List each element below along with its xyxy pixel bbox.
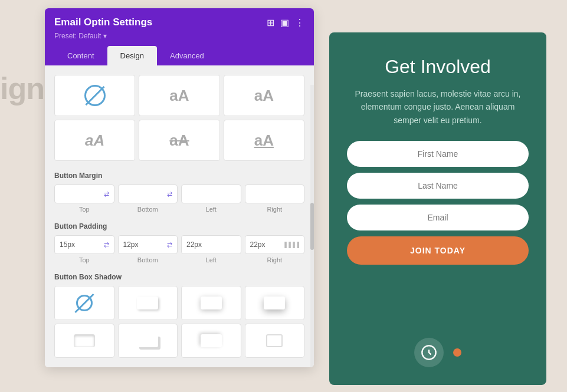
shadow-box-3 [264, 297, 285, 309]
panel-header: Email Optin Settings ⊞ ▣ ⋮ Preset: Defau… [45, 8, 314, 65]
font-style-normal[interactable]: aA [139, 75, 219, 116]
margin-top-field[interactable]: ⇄ [54, 185, 114, 203]
shadow-box-5 [137, 334, 158, 347]
panel-header-icons: ⊞ ▣ ⋮ [267, 17, 304, 28]
shadow-option-3[interactable] [245, 286, 305, 320]
padding-left-label: Left [181, 256, 241, 263]
shadow-box-1 [137, 297, 158, 309]
button-box-shadow-label: Button Box Shadow [54, 273, 304, 281]
shadow-option-6[interactable] [181, 324, 241, 358]
preview-dot [453, 348, 461, 357]
font-style-strikethrough[interactable]: aA [139, 120, 219, 161]
margin-right-field[interactable] [245, 185, 305, 203]
last-name-input[interactable] [347, 173, 529, 199]
panel-scroll-thumb[interactable] [310, 203, 314, 250]
padding-right-label: Right [245, 256, 305, 263]
preview-title: Get Involved [385, 56, 491, 78]
no-shadow-icon [76, 295, 93, 311]
padding-top-value: 15px [60, 241, 75, 249]
padding-bottom-value: 12px [123, 241, 139, 249]
font-bold-label: aA [254, 87, 274, 105]
margin-right-label: Right [245, 206, 305, 213]
margin-left-field[interactable] [181, 185, 241, 203]
font-style-italic[interactable]: aA [54, 120, 135, 161]
padding-labels: Top Bottom Left Right [54, 256, 304, 263]
panel-tabs: Content Design Advanced [54, 46, 304, 65]
margin-inputs-row: ⇄ ⇄ [54, 185, 304, 203]
padding-right-field[interactable]: 22px ▐▐▐▐ [245, 235, 305, 254]
margin-bottom-label: Bottom [118, 206, 178, 213]
margin-labels: Top Bottom Left Right [54, 206, 304, 213]
settings-panel: Email Optin Settings ⊞ ▣ ⋮ Preset: Defau… [45, 8, 314, 367]
email-input[interactable] [347, 205, 529, 230]
padding-right-overflow: ▐▐▐▐ [283, 242, 299, 248]
more-icon[interactable]: ⋮ [295, 17, 304, 28]
padding-top-label: Top [54, 256, 114, 263]
shadow-option-4[interactable] [54, 324, 114, 358]
font-style-none[interactable] [54, 75, 135, 116]
shadow-box-4 [74, 334, 95, 347]
no-style-icon [84, 85, 106, 106]
shadow-option-1[interactable] [118, 286, 178, 320]
padding-right-value: 22px [250, 241, 266, 249]
font-style-grid: aA aA aA aA aA [54, 75, 304, 161]
fullscreen-icon[interactable]: ⊞ [267, 17, 274, 28]
tab-design[interactable]: Design [107, 46, 157, 65]
padding-left-field[interactable]: 22px [181, 235, 241, 254]
padding-link-icon-2[interactable]: ⇄ [167, 241, 172, 249]
preview-description: Praesent sapien lacus, molestie vitae ar… [347, 87, 529, 127]
panel-scrollbar[interactable] [310, 85, 314, 367]
font-italic-label: aA [85, 131, 104, 150]
panel-title: Email Optin Settings [54, 17, 152, 28]
preview-icon [414, 338, 444, 367]
font-underline-label: aA [254, 131, 274, 150]
margin-top-label: Top [54, 206, 114, 213]
shadow-box-6 [201, 334, 222, 347]
resize-icon[interactable]: ▣ [280, 17, 289, 28]
tab-content[interactable]: Content [54, 46, 107, 65]
font-style-underline[interactable]: aA [224, 120, 304, 161]
padding-bottom-field[interactable]: 12px ⇄ [118, 235, 178, 254]
preset-selector[interactable]: Preset: Default ▾ [54, 32, 304, 40]
padding-top-field[interactable]: 15px ⇄ [54, 235, 114, 254]
preview-bottom [414, 338, 461, 367]
preview-panel: Get Involved Praesent sapien lacus, mole… [329, 32, 546, 385]
padding-link-icon-1[interactable]: ⇄ [104, 241, 109, 249]
panel-body: aA aA aA aA aA Button Margin ⇄ [45, 65, 314, 367]
shadow-box-2 [201, 297, 222, 309]
font-style-bold[interactable]: aA [224, 75, 304, 116]
padding-left-value: 22px [186, 241, 202, 249]
font-normal-label: aA [169, 87, 189, 105]
shadow-none[interactable] [54, 286, 114, 320]
margin-left-label: Left [181, 206, 241, 213]
first-name-input[interactable] [347, 141, 529, 167]
button-padding-label: Button Padding [54, 222, 304, 230]
shadow-option-7[interactable] [245, 324, 305, 358]
shadow-option-5[interactable] [118, 324, 178, 358]
margin-link-icon-1[interactable]: ⇄ [104, 190, 109, 198]
join-today-button[interactable]: JOIN TODAY [347, 236, 529, 265]
margin-bottom-field[interactable]: ⇄ [118, 185, 178, 203]
shadow-grid [54, 286, 304, 358]
panel-title-row: Email Optin Settings ⊞ ▣ ⋮ [54, 17, 304, 28]
tab-advanced[interactable]: Advanced [157, 46, 217, 65]
font-strikethrough-label: aA [169, 131, 189, 150]
padding-bottom-label: Bottom [118, 256, 178, 263]
button-margin-label: Button Margin [54, 172, 304, 180]
margin-link-icon-2[interactable]: ⇄ [167, 190, 172, 198]
padding-inputs-row: 15px ⇄ 12px ⇄ 22px 22px ▐▐▐▐ [54, 235, 304, 254]
shadow-option-2[interactable] [181, 286, 241, 320]
shadow-box-7 [266, 334, 283, 347]
